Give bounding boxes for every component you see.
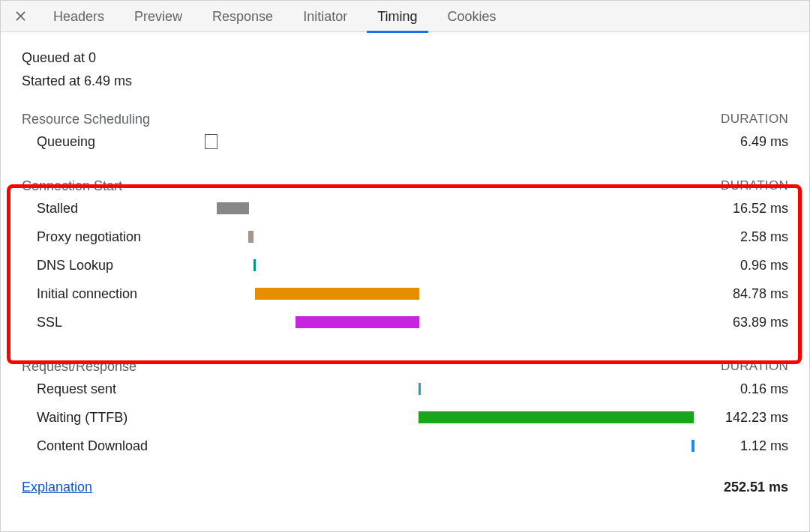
explanation-link[interactable]: Explanation bbox=[22, 480, 92, 495]
timing-row-value: 2.58 ms bbox=[694, 229, 788, 245]
tab-response[interactable]: Response bbox=[197, 1, 288, 32]
timing-bar-area bbox=[205, 231, 694, 243]
timing-row-value: 84.78 ms bbox=[694, 286, 788, 302]
section-header-resource-scheduling: Resource SchedulingDURATION bbox=[22, 112, 788, 127]
timing-bar-area bbox=[205, 202, 694, 214]
timing-bar bbox=[254, 259, 256, 271]
timing-bar bbox=[217, 202, 248, 214]
timing-bar bbox=[296, 316, 419, 328]
timing-bar-area bbox=[205, 440, 694, 452]
timing-row-content-download: Content Download1.12 ms bbox=[22, 432, 788, 460]
section-header-request-response: Request/ResponseDURATION bbox=[22, 359, 788, 375]
timing-bar bbox=[418, 383, 421, 395]
total-duration: 252.51 ms bbox=[724, 480, 788, 495]
started-at-text: Started at 6.49 ms bbox=[22, 73, 788, 89]
timing-row-label: Stalled bbox=[22, 201, 205, 217]
network-timing-panel: Headers Preview Response Initiator Timin… bbox=[0, 0, 810, 532]
tab-timing[interactable]: Timing bbox=[362, 1, 432, 32]
tab-preview[interactable]: Preview bbox=[119, 1, 197, 32]
timing-bar-area bbox=[205, 136, 694, 148]
timing-row-initial-connection: Initial connection84.78 ms bbox=[22, 279, 788, 308]
timing-bar bbox=[255, 288, 419, 300]
timing-row-value: 63.89 ms bbox=[694, 315, 788, 330]
timing-bar-area bbox=[205, 411, 694, 423]
timing-row-value: 1.12 ms bbox=[694, 438, 788, 454]
tabs: Headers Preview Response Initiator Timin… bbox=[38, 1, 512, 32]
timing-row-dns-lookup: DNS Lookup0.96 ms bbox=[22, 251, 788, 279]
timing-row-proxy-negotiation: Proxy negotiation2.58 ms bbox=[22, 223, 788, 251]
duration-header-label: DURATION bbox=[721, 112, 788, 127]
timing-row-request-sent: Request sent0.16 ms bbox=[22, 375, 788, 403]
section-header-connection-start: Connection StartDURATION bbox=[22, 178, 788, 194]
timing-footer: Explanation 252.51 ms bbox=[22, 480, 788, 495]
timing-row-value: 16.52 ms bbox=[694, 201, 788, 217]
tab-initiator[interactable]: Initiator bbox=[288, 1, 362, 32]
timing-row-value: 0.96 ms bbox=[694, 258, 788, 273]
timing-row-stalled: Stalled16.52 ms bbox=[22, 194, 788, 223]
tab-bar: Headers Preview Response Initiator Timin… bbox=[1, 1, 809, 32]
timing-row-value: 142.23 ms bbox=[694, 410, 788, 426]
timing-bar bbox=[205, 134, 218, 149]
timing-row-queueing: Queueing6.49 ms bbox=[22, 127, 788, 156]
timing-row-label: DNS Lookup bbox=[22, 258, 205, 273]
tab-headers[interactable]: Headers bbox=[38, 1, 119, 32]
section-title: Resource Scheduling bbox=[22, 112, 150, 127]
timing-bar-area bbox=[205, 288, 694, 300]
duration-header-label: DURATION bbox=[721, 178, 788, 194]
timing-bar-area bbox=[205, 383, 694, 395]
timing-row-label: Waiting (TTFB) bbox=[22, 410, 205, 426]
timing-row-label: Request sent bbox=[22, 381, 205, 397]
section-title: Connection Start bbox=[22, 178, 122, 194]
timing-row-label: Initial connection bbox=[22, 286, 205, 302]
queued-at-text: Queued at 0 bbox=[22, 50, 788, 66]
timing-bar-area bbox=[205, 259, 694, 271]
duration-header-label: DURATION bbox=[721, 359, 788, 375]
close-icon[interactable] bbox=[7, 1, 34, 32]
timing-bar bbox=[418, 411, 694, 423]
timing-row-value: 6.49 ms bbox=[694, 134, 788, 150]
timing-row-waiting-ttfb: Waiting (TTFB)142.23 ms bbox=[22, 403, 788, 432]
timing-bar bbox=[692, 440, 694, 452]
timing-content: Queued at 0 Started at 6.49 ms Resource … bbox=[1, 32, 809, 507]
timing-bar-area bbox=[205, 316, 694, 328]
timing-row-label: Queueing bbox=[22, 134, 205, 150]
timing-row-label: Content Download bbox=[22, 438, 205, 454]
timing-row-label: SSL bbox=[22, 315, 205, 330]
timing-row-ssl: SSL63.89 ms bbox=[22, 308, 788, 336]
section-title: Request/Response bbox=[22, 359, 136, 375]
timing-row-value: 0.16 ms bbox=[694, 381, 788, 397]
timing-bar bbox=[248, 231, 254, 243]
timing-row-label: Proxy negotiation bbox=[22, 229, 205, 245]
tab-cookies[interactable]: Cookies bbox=[433, 1, 512, 32]
